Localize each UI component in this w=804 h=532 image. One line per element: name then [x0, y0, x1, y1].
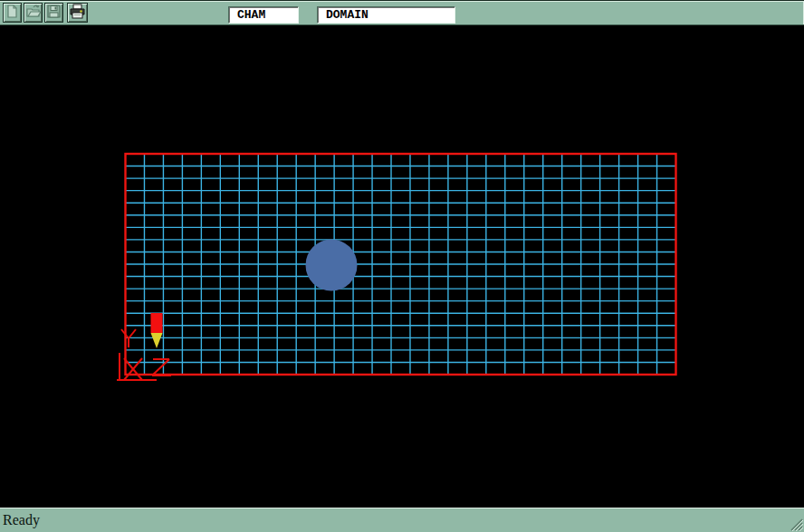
- probe-tip: [151, 333, 163, 348]
- domain-scene: [0, 25, 804, 508]
- status-bar: Ready: [0, 508, 804, 532]
- resize-grip-icon[interactable]: [789, 517, 803, 531]
- save-icon: [46, 4, 62, 22]
- open-button[interactable]: [24, 3, 43, 23]
- domain-field[interactable]: [317, 6, 455, 24]
- cham-field[interactable]: [228, 6, 299, 24]
- print-button[interactable]: [67, 3, 88, 23]
- probe-body: [151, 313, 163, 333]
- viewport[interactable]: [0, 25, 804, 508]
- open-folder-icon: [25, 4, 42, 22]
- new-document-icon: [5, 4, 20, 22]
- axis-label-y: [129, 329, 136, 338]
- status-message: Ready: [0, 512, 789, 528]
- domain-object-sphere: [306, 240, 358, 291]
- toolbar: [0, 0, 804, 25]
- axis-label-z: [152, 359, 169, 375]
- new-button[interactable]: [3, 3, 22, 23]
- print-icon: [69, 4, 86, 22]
- save-button[interactable]: [44, 3, 63, 23]
- app-window: { "window": { "chrome_color": "#91b9a6",…: [0, 0, 804, 532]
